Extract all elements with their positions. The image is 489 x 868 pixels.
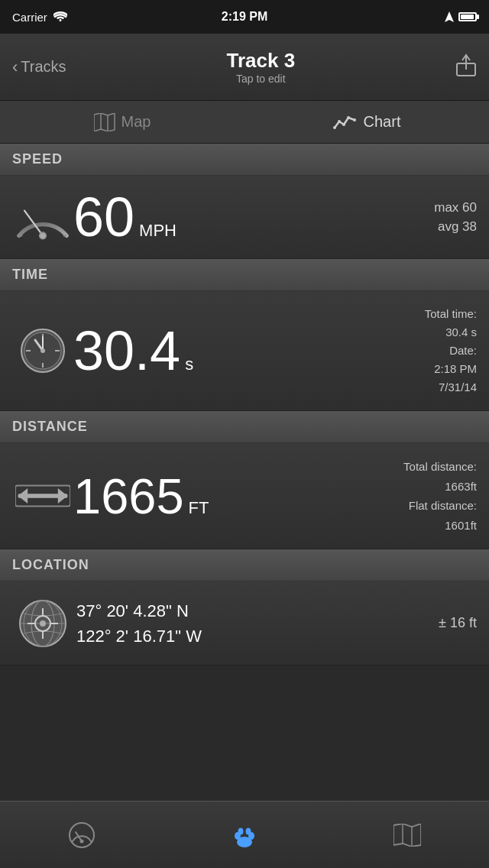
bottom-tab-paw[interactable] [163, 802, 325, 868]
date-value: 2:18 PM [425, 360, 477, 378]
svg-point-44 [245, 828, 251, 834]
svg-marker-24 [18, 488, 28, 504]
svg-point-9 [353, 118, 356, 121]
speed-metric-row: 60 MPH max 60 avg 38 [0, 176, 489, 259]
tab-chart[interactable]: Chart [244, 101, 489, 143]
speed-value: 60 [73, 189, 134, 245]
bottom-tab-bar [0, 801, 489, 868]
speed-unit: MPH [139, 221, 176, 241]
time-value-area: 30.4 s [73, 323, 425, 378]
nav-title-area: Track 3 Tap to edit [226, 49, 295, 85]
svg-point-22 [40, 348, 45, 353]
carrier-label: Carrier [12, 11, 47, 24]
total-dist-value: 1663ft [403, 477, 477, 497]
track-subtitle: Tap to edit [226, 73, 295, 85]
battery-icon [458, 12, 477, 21]
total-time-value: 30.4 s [425, 323, 477, 342]
chart-tab-icon [333, 114, 358, 131]
svg-marker-45 [393, 824, 421, 847]
svg-point-43 [238, 828, 243, 834]
svg-point-11 [40, 232, 47, 239]
back-label: Tracks [21, 58, 66, 76]
tab-chart-label: Chart [364, 113, 401, 131]
svg-point-37 [70, 823, 94, 847]
bottom-tab-speedometer[interactable] [0, 802, 163, 868]
location-accuracy: ± 16 ft [439, 613, 477, 633]
distance-unit: FT [189, 498, 209, 518]
location-metric-row: 37° 20' 4.28" N 122° 2' 16.71" W ± 16 ft [0, 581, 489, 666]
svg-point-7 [342, 123, 345, 126]
lat-value: 37° 20' 4.28" N [76, 598, 439, 623]
svg-marker-25 [58, 488, 68, 504]
status-left: Carrier [12, 11, 67, 24]
distance-icon [12, 481, 73, 511]
location-coords: 37° 20' 4.28" N 122° 2' 16.71" W [73, 598, 439, 649]
time-metric-row: 30.4 s Total time: 30.4 s Date: 2:18 PM … [0, 291, 489, 411]
svg-point-8 [347, 116, 350, 119]
svg-point-5 [333, 126, 336, 129]
wifi-icon [53, 11, 67, 22]
svg-marker-2 [94, 113, 115, 131]
location-active-icon [445, 11, 454, 22]
svg-point-32 [40, 620, 46, 627]
nav-bar: ‹ Tracks Track 3 Tap to edit [0, 34, 489, 101]
tab-row: Map Chart [0, 101, 489, 144]
distance-value-area: 1665 FT [73, 471, 403, 521]
map-tab-icon [94, 113, 115, 131]
share-button[interactable] [455, 53, 477, 82]
time-side: Total time: 30.4 s Date: 2:18 PM 7/31/14 [425, 305, 477, 397]
bottom-map-icon [393, 824, 421, 847]
track-title[interactable]: Track 3 [226, 49, 295, 73]
status-right [445, 11, 477, 22]
speed-max: max 60 [434, 198, 477, 218]
speed-section-header: SPEED [0, 144, 489, 176]
distance-side: Total distance: 1663ft Flat distance: 16… [403, 457, 477, 535]
time-value: 30.4 [73, 323, 180, 378]
flat-dist-value: 1601ft [403, 516, 477, 536]
lon-value: 122° 2' 16.71" W [76, 623, 439, 649]
distance-metric-row: 1665 FT Total distance: 1663ft Flat dist… [0, 443, 489, 549]
speed-value-area: 60 MPH [73, 189, 434, 245]
tab-map-label: Map [121, 113, 151, 131]
location-section-header: LOCATION [0, 549, 489, 581]
time-unit: s [185, 355, 193, 374]
flat-dist-label: Flat distance: [403, 496, 477, 516]
bottom-tab-map[interactable] [326, 802, 489, 868]
tab-map[interactable]: Map [0, 101, 244, 143]
globe-icon [12, 597, 73, 650]
status-time: 2:19 PM [222, 10, 267, 24]
total-dist-label: Total distance: [403, 457, 477, 477]
distance-section-header: DISTANCE [0, 411, 489, 443]
total-time-label: Total time: [425, 305, 477, 323]
speedometer-icon [12, 190, 73, 244]
bottom-paw-icon [230, 821, 259, 850]
speed-avg: avg 38 [434, 217, 477, 237]
back-chevron-icon: ‹ [12, 57, 18, 77]
date-label: Date: [425, 342, 477, 360]
clock-icon [12, 326, 73, 375]
speed-side: max 60 avg 38 [434, 198, 477, 237]
time-section-header: TIME [0, 259, 489, 291]
distance-value: 1665 [73, 471, 184, 521]
svg-point-39 [79, 839, 83, 843]
date-value2: 7/31/14 [425, 378, 477, 397]
status-bar: Carrier 2:19 PM [0, 0, 489, 34]
accuracy-value: ± 16 ft [439, 615, 477, 630]
back-button[interactable]: ‹ Tracks [12, 57, 66, 77]
svg-point-6 [338, 120, 341, 123]
bottom-speedometer-icon [68, 821, 96, 849]
